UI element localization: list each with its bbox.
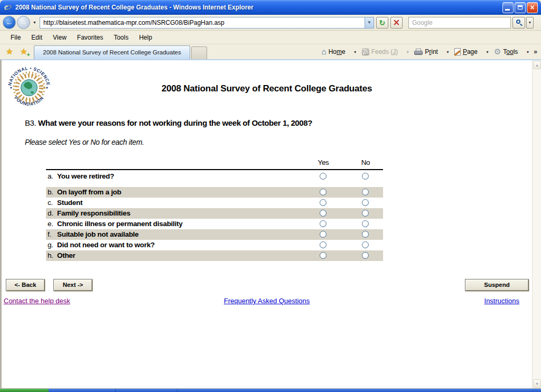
tools-dropdown-icon[interactable]: ▼: [524, 50, 531, 54]
close-icon: ×: [527, 3, 537, 13]
radio-yes[interactable]: [320, 173, 327, 180]
favorites-star-icon[interactable]: ★: [3, 46, 16, 58]
table-row: e.Chronic illness or permanent disabilit…: [46, 219, 383, 229]
table-row: a.You were retired?: [46, 171, 383, 182]
minimize-button[interactable]: [502, 2, 514, 13]
window-titlebar: e 2008 National Survey of Recent College…: [0, 0, 541, 15]
faq-link[interactable]: Frequently Asked Questions: [224, 297, 310, 305]
radio-no[interactable]: [362, 210, 369, 217]
history-dropdown-icon[interactable]: ▼: [33, 21, 36, 24]
active-tab[interactable]: 2008 National Survey of Recent College G…: [34, 45, 190, 59]
footer-links: Contact the help desk Frequently Asked Q…: [2, 297, 532, 306]
scroll-up-button[interactable]: ▲: [533, 61, 541, 69]
feeds-icon: [362, 48, 369, 55]
window-controls: ×: [502, 2, 538, 13]
radio-no[interactable]: [362, 199, 369, 206]
question-text: What were your reasons for not working d…: [38, 118, 312, 127]
refresh-button[interactable]: ↻: [376, 17, 388, 29]
start-button-sliver[interactable]: [0, 389, 49, 392]
next-button[interactable]: Next ->: [53, 279, 92, 291]
menu-help[interactable]: Help: [134, 32, 157, 43]
table-row: b.On layoff from a job: [46, 187, 383, 198]
url-input[interactable]: [40, 17, 365, 29]
radio-no[interactable]: [362, 173, 369, 180]
menu-view[interactable]: View: [48, 32, 72, 43]
question-instruction: Please select Yes or No for each item.: [25, 138, 144, 146]
radio-no[interactable]: [362, 252, 369, 259]
table-row: c.Student: [46, 198, 383, 208]
command-bar: ⌂ Home ▼ Feeds (J) ▼ Print ▼: [320, 44, 539, 59]
add-favorite-icon[interactable]: ★+: [17, 46, 30, 58]
browser-window: e 2008 National Survey of Recent College…: [0, 0, 541, 392]
print-button[interactable]: Print: [412, 46, 440, 57]
radio-yes[interactable]: [320, 220, 327, 227]
search-dropdown-button[interactable]: ▼: [526, 17, 534, 29]
taskbar-sliver: [0, 389, 541, 392]
home-dropdown-icon[interactable]: ▼: [352, 50, 359, 54]
search-input[interactable]: [408, 17, 511, 29]
radio-yes[interactable]: [320, 199, 327, 206]
question-number: B3.: [25, 118, 36, 127]
menu-favorites[interactable]: Favorites: [72, 32, 108, 43]
radio-no[interactable]: [362, 231, 369, 238]
back-nav-button[interactable]: ←: [3, 16, 16, 29]
vertical-scrollbar[interactable]: ▲ ▼: [532, 60, 541, 388]
menu-tools[interactable]: Tools: [108, 32, 134, 43]
table-row: f.Suitable job not available: [46, 229, 383, 240]
restore-button[interactable]: [515, 2, 526, 13]
menu-file[interactable]: File: [5, 32, 26, 43]
scroll-track[interactable]: [533, 70, 541, 379]
feeds-button[interactable]: Feeds (J): [360, 46, 400, 57]
survey-table: Yes No a.You were retired? b.On layoff f…: [46, 158, 383, 263]
column-header-yes: Yes: [310, 158, 337, 166]
address-bar: ← → ▼ ▼ ↻ × ▼: [0, 15, 541, 31]
radio-no[interactable]: [362, 241, 369, 248]
stop-button[interactable]: ×: [390, 17, 403, 29]
page-dropdown-icon[interactable]: ▼: [484, 50, 491, 54]
restore-icon: [518, 5, 523, 10]
home-icon: ⌂: [322, 48, 327, 55]
question-line: B3. What were your reasons for not worki…: [25, 118, 312, 127]
instructions-link[interactable]: Instructions: [484, 297, 519, 305]
radio-yes[interactable]: [320, 241, 327, 248]
back-button[interactable]: <- Back: [6, 279, 45, 291]
table-row: g.Did not need or want to work?: [46, 240, 383, 250]
url-dropdown-button[interactable]: ▼: [365, 17, 374, 29]
stop-icon: ×: [393, 17, 400, 27]
page-content: NATIONAL • SCIENCE FOUNDATION 2008 Natio…: [0, 59, 541, 389]
suspend-button[interactable]: Suspend: [465, 279, 529, 291]
tools-button[interactable]: ⚙ Tools: [492, 46, 520, 57]
feeds-dropdown-icon[interactable]: ▼: [404, 50, 411, 54]
radio-yes[interactable]: [320, 189, 327, 195]
home-button[interactable]: ⌂ Home: [320, 46, 348, 57]
close-button[interactable]: ×: [527, 2, 538, 13]
radio-no[interactable]: [362, 220, 369, 227]
search-button[interactable]: [512, 17, 525, 29]
internet-explorer-icon: e: [3, 3, 13, 12]
page-button[interactable]: Page: [452, 46, 480, 57]
search-icon: [516, 20, 520, 24]
table-row: d.Family responsibilities: [46, 208, 383, 219]
tab-bar: ★ ★+ 2008 National Survey of Recent Coll…: [0, 44, 541, 59]
toolbar-overflow-chevron[interactable]: »: [532, 48, 539, 55]
table-row: h.Other: [46, 250, 383, 261]
refresh-icon: ↻: [379, 18, 386, 27]
radio-yes[interactable]: [320, 231, 327, 238]
header-rule: [46, 169, 383, 170]
print-icon: [414, 49, 423, 55]
print-dropdown-icon[interactable]: ▼: [444, 50, 451, 54]
minimize-icon: [505, 9, 510, 11]
page-icon: [454, 48, 461, 55]
page-title: 2008 National Survey of Recent College G…: [2, 83, 532, 94]
radio-yes[interactable]: [320, 210, 327, 217]
menu-bar: File Edit View Favorites Tools Help: [0, 31, 541, 44]
menu-edit[interactable]: Edit: [26, 32, 48, 43]
scroll-down-button[interactable]: ▼: [533, 379, 541, 388]
radio-yes[interactable]: [320, 252, 327, 259]
gear-icon: ⚙: [494, 48, 501, 55]
radio-no[interactable]: [362, 189, 369, 195]
window-title: 2008 National Survey of Recent College G…: [15, 4, 499, 11]
forward-nav-button[interactable]: →: [17, 16, 30, 29]
new-tab-button[interactable]: [191, 46, 207, 59]
column-header-no: No: [352, 158, 379, 166]
